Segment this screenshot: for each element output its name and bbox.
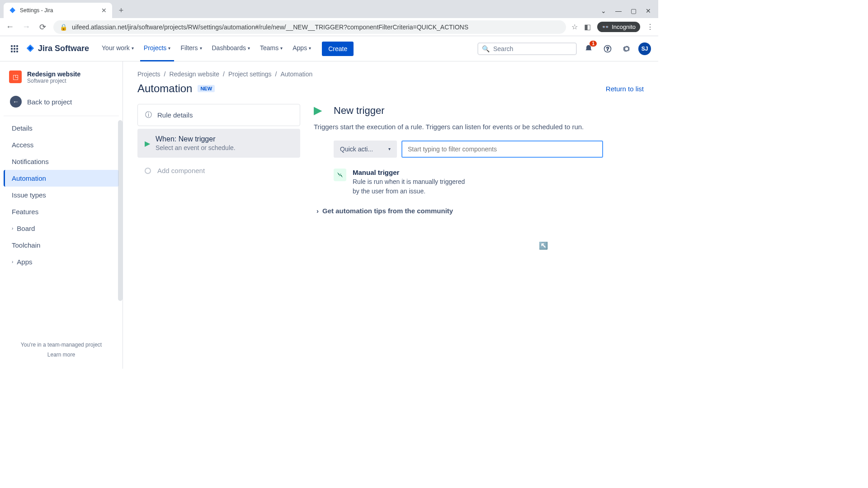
- info-icon: ⓘ: [145, 111, 152, 119]
- chevron-down-icon: ▾: [309, 46, 311, 51]
- breadcrumb-project[interactable]: Redesign website: [169, 70, 219, 78]
- url-text: uifeed.atlassian.net/jira/software/proje…: [72, 23, 468, 31]
- chevron-down-icon: ▾: [388, 146, 391, 151]
- when-subtitle: Select an event or schedule.: [156, 144, 236, 151]
- sidebar-item-issue-types[interactable]: Issue types: [4, 187, 119, 203]
- nav-dashboards[interactable]: Dashboards▾: [208, 36, 254, 61]
- back-button[interactable]: ←: [5, 22, 15, 33]
- chevron-down-icon: ▾: [248, 46, 250, 51]
- project-header: ◳ Redesign website Software project: [4, 70, 119, 91]
- extensions-icon[interactable]: ◧: [584, 23, 591, 31]
- sidebar-footer: You're in a team-managed project Learn m…: [4, 335, 119, 364]
- chevron-right-icon: ›: [12, 226, 13, 231]
- close-window-icon[interactable]: ✕: [646, 7, 651, 14]
- main-content: Projects/ Redesign website/ Project sett…: [123, 61, 658, 369]
- new-tab-button[interactable]: +: [115, 4, 127, 17]
- trigger-option-manual[interactable]: Manual trigger Rule is run when it is ma…: [314, 169, 603, 196]
- jira-favicon-icon: [9, 7, 16, 14]
- sidebar-item-features[interactable]: Features: [4, 203, 119, 220]
- help-icon[interactable]: ?: [600, 42, 615, 56]
- jira-header: Jira Software Your work▾ Projects▾ Filte…: [0, 36, 658, 61]
- chevron-right-icon: ›: [316, 207, 319, 215]
- sidebar-item-apps[interactable]: ›Apps: [4, 253, 119, 270]
- trigger-description: Rule is run when it is manually triggere…: [353, 177, 470, 196]
- manual-trigger-icon: [334, 169, 346, 181]
- notification-badge: 1: [590, 41, 597, 47]
- notifications-icon[interactable]: 1: [581, 42, 596, 56]
- browser-tab-strip: Settings - Jira ✕ + ⌄ — ▢ ✕: [0, 0, 658, 18]
- config-description: Triggers start the execution of a rule. …: [314, 122, 603, 132]
- return-to-list-link[interactable]: Return to list: [606, 85, 644, 93]
- project-type: Software project: [27, 78, 80, 84]
- create-button[interactable]: Create: [322, 42, 354, 56]
- global-search[interactable]: 🔍 Search: [477, 42, 577, 55]
- quick-actions-dropdown[interactable]: Quick acti... ▾: [334, 141, 397, 158]
- chevron-down-icon[interactable]: ⌄: [601, 7, 606, 14]
- component-filter-input[interactable]: [401, 141, 603, 158]
- reload-button[interactable]: ⟳: [37, 22, 48, 33]
- trigger-config-panel: ▶ New trigger Triggers start the executi…: [314, 104, 612, 215]
- nav-apps[interactable]: Apps▾: [289, 36, 315, 61]
- window-controls: ⌄ — ▢ ✕: [601, 7, 658, 18]
- sidebar-item-board[interactable]: ›Board: [4, 220, 119, 237]
- lock-icon: 🔒: [60, 23, 67, 31]
- bookmark-icon[interactable]: ☆: [571, 23, 578, 31]
- scrollbar[interactable]: [118, 120, 123, 301]
- nav-filters[interactable]: Filters▾: [177, 36, 205, 61]
- nav-your-work[interactable]: Your work▾: [98, 36, 137, 61]
- back-to-project[interactable]: ← Back to project: [4, 91, 119, 112]
- url-input[interactable]: 🔒 uifeed.atlassian.net/jira/software/pro…: [53, 20, 566, 34]
- minimize-icon[interactable]: —: [615, 7, 622, 14]
- browser-tab[interactable]: Settings - Jira ✕: [4, 3, 112, 18]
- trigger-title: Manual trigger: [353, 169, 470, 176]
- when-trigger-card[interactable]: ▶ When: New trigger Select an event or s…: [137, 129, 300, 158]
- chevron-down-icon: ▾: [168, 46, 170, 51]
- maximize-icon[interactable]: ▢: [631, 7, 637, 14]
- svg-text:?: ?: [606, 46, 609, 52]
- automation-tips-link[interactable]: › Get automation tips from the community: [314, 207, 603, 215]
- breadcrumbs: Projects/ Redesign website/ Project sett…: [137, 70, 644, 78]
- breadcrumb-projects[interactable]: Projects: [137, 70, 160, 78]
- project-name: Redesign website: [27, 70, 80, 78]
- project-avatar-icon: ◳: [9, 70, 22, 83]
- rule-details-card[interactable]: ⓘ Rule details: [137, 104, 300, 126]
- breadcrumb-automation[interactable]: Automation: [280, 70, 312, 78]
- user-avatar[interactable]: SJ: [638, 42, 651, 55]
- jira-logo[interactable]: Jira Software: [25, 44, 89, 54]
- sidebar-item-access[interactable]: Access: [4, 136, 119, 153]
- play-icon: ▶: [314, 104, 327, 117]
- divider: [4, 116, 119, 116]
- nav-projects[interactable]: Projects▾: [140, 36, 175, 61]
- sidebar-item-details[interactable]: Details: [4, 120, 119, 136]
- address-bar: ← → ⟳ 🔒 uifeed.atlassian.net/jira/softwa…: [0, 18, 658, 36]
- breadcrumb-settings[interactable]: Project settings: [228, 70, 272, 78]
- tab-close-icon[interactable]: ✕: [101, 7, 107, 14]
- chevron-down-icon: ▾: [132, 46, 134, 51]
- new-badge: NEW: [198, 85, 215, 92]
- search-icon: 🔍: [482, 45, 490, 52]
- cursor-icon: ↖️: [539, 241, 548, 250]
- sidebar-item-automation[interactable]: Automation: [4, 170, 119, 187]
- top-nav: Your work▾ Projects▾ Filters▾ Dashboards…: [98, 36, 315, 61]
- sidebar-item-notifications[interactable]: Notifications: [4, 153, 119, 170]
- nav-teams[interactable]: Teams▾: [256, 36, 286, 61]
- app-switcher-icon[interactable]: [7, 42, 22, 56]
- chevron-down-icon: ▾: [280, 46, 283, 51]
- learn-more-link[interactable]: Learn more: [10, 352, 113, 358]
- incognito-badge: 👓 Incognito: [597, 22, 640, 32]
- settings-icon[interactable]: [619, 42, 634, 56]
- sidebar-item-toolchain[interactable]: Toolchain: [4, 237, 119, 253]
- rule-builder-column: ⓘ Rule details ▶ When: New trigger Selec…: [137, 104, 300, 215]
- circle-icon: [145, 168, 151, 174]
- browser-menu-icon[interactable]: ⋮: [646, 23, 654, 31]
- project-sidebar: ◳ Redesign website Software project ← Ba…: [0, 61, 123, 369]
- play-icon: ▶: [145, 139, 150, 148]
- incognito-icon: 👓: [602, 23, 609, 30]
- page-title: Automation: [137, 82, 192, 95]
- chevron-right-icon: ›: [12, 259, 13, 264]
- chevron-down-icon: ▾: [200, 46, 202, 51]
- jira-logo-icon: [25, 44, 35, 54]
- tab-title: Settings - Jira: [20, 7, 53, 14]
- add-component-button[interactable]: Add component: [137, 160, 300, 181]
- back-arrow-icon: ←: [10, 96, 22, 108]
